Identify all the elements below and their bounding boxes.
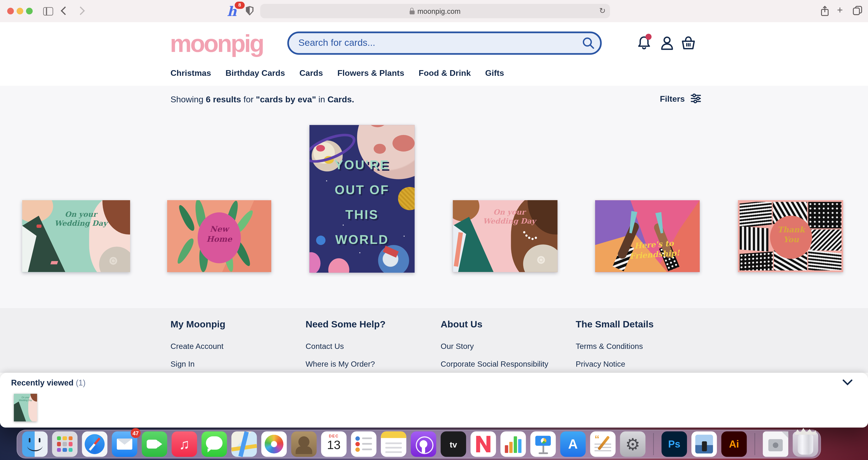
card-title: YOU'REOUT OF THISWORLD [310,153,414,252]
dock-icon-news[interactable] [470,431,496,457]
nav-cards[interactable]: Cards [300,68,323,77]
product-card-thank-you[interactable]: ThankYou [738,200,843,272]
dock-icon-mail[interactable]: 47 [112,431,137,457]
dock-icon-photos[interactable] [261,431,287,457]
dock-icon-podcasts[interactable] [411,431,436,457]
card-title: ThankYou [770,225,812,244]
chevron-down-icon[interactable] [842,380,852,386]
results-summary: Showing 6 results for "cards by eva" in … [170,95,354,104]
footer-link-where-is-my-order[interactable]: Where is My Order? [306,359,375,368]
product-card-out-of-this-world[interactable]: YOU'REOUT OF THISWORLD [310,125,414,273]
footer-link-contact-us[interactable]: Contact Us [306,342,344,351]
nav-food-drink[interactable]: Food & Drink [419,68,471,77]
footer-heading-my-moonpig: My Moonpig [170,319,225,330]
footer-heading-small-details: The Small Details [576,319,654,330]
dock-icon-notes[interactable] [381,431,406,457]
dock-icon-photoshop[interactable]: Ps [661,431,687,457]
nav-gifts[interactable]: Gifts [485,68,504,77]
footer-heading-help: Need Some Help? [306,319,385,330]
dock-icon-launchpad[interactable] [52,431,78,457]
results-area: Showing 6 results for "cards by eva" in … [0,86,868,308]
url-text: moonpig.com [417,7,461,15]
footer-link-our-story[interactable]: Our Story [441,342,474,351]
dock-icon-preview[interactable] [691,431,717,457]
recently-viewed-thumbnail[interactable]: On your Wedding Day [14,394,37,421]
card-title: NewHome [198,225,241,244]
dock-icon-apple-tv[interactable]: tv [441,431,466,457]
address-bar[interactable]: moonpig.com ↻ [260,4,610,19]
account-button[interactable] [660,35,674,53]
thumb-title: On your Wedding Day [18,396,33,401]
dock-icon-calendar[interactable]: DEC 13 [321,431,347,457]
nav-birthday-cards[interactable]: Birthday Cards [225,68,285,77]
tab-overview-icon[interactable] [852,5,862,15]
main-nav: Christmas Birthday Cards Cards Flowers &… [170,68,504,77]
safari-window: h 8 moonpig.com ↻ + [0,0,868,428]
notification-dot [646,34,652,40]
basket-button[interactable] [681,35,696,53]
reload-icon[interactable]: ↻ [599,6,606,15]
dock-icon-app-store[interactable]: A [560,431,586,457]
minimize-window-button[interactable] [17,8,23,14]
lock-icon [409,8,414,14]
zoom-window-button[interactable] [26,8,33,14]
nav-christmas[interactable]: Christmas [170,68,211,77]
footer-link-privacy[interactable]: Privacy Notice [576,359,625,368]
dock: 47 ♫ DEC 13 [17,430,821,458]
recently-viewed-count: (1) [76,378,86,387]
notifications-button[interactable] [637,35,651,53]
dock-icon-textedit[interactable]: “ [590,431,616,457]
honey-extension-badge: 8 [235,2,245,9]
product-card-wedding-pink[interactable]: On yourWedding Day [453,200,557,272]
browser-toolbar: h 8 moonpig.com ↻ + [0,0,868,23]
sidebar-toggle-icon[interactable] [43,7,53,15]
desktop-wallpaper: h 8 moonpig.com ↻ + [0,0,868,460]
product-card-new-home[interactable]: NewHome [167,200,271,272]
footer-heading-about-us: About Us [441,319,483,330]
dock-icon-finder[interactable] [22,431,48,457]
dock-divider [653,433,654,455]
search-icon[interactable] [582,37,595,50]
dock-icon-messages[interactable] [202,431,227,457]
back-button[interactable] [61,7,69,15]
product-card-wedding-mint[interactable]: On yourWedding Day [22,200,130,272]
dock-icon-system-settings[interactable]: ⚙ [620,431,645,457]
card-title: On yourWedding Day [54,210,107,228]
dock-icon-installer[interactable] [763,431,788,457]
mail-badge: 47 [131,428,141,438]
share-icon[interactable] [820,5,829,17]
filters-icon [690,93,701,103]
footer-link-terms[interactable]: Terms & Conditions [576,342,643,351]
search-input[interactable] [287,32,602,55]
nav-flowers-plants[interactable]: Flowers & Plants [337,68,404,77]
dock-icon-music[interactable]: ♫ [172,431,197,457]
dock-icon-safari[interactable] [82,431,107,457]
shield-extension-icon[interactable] [246,6,253,15]
close-window-button[interactable] [7,8,14,14]
dock-icon-facetime[interactable] [142,431,167,457]
site-header: moonpig [0,22,868,86]
footer-link-sign-in[interactable]: Sign In [170,359,194,368]
dock-icon-contacts[interactable] [291,431,316,457]
product-card-heres-to-friendship[interactable]: Here's toFriendship! [595,200,700,272]
footer-link-csr[interactable]: Corporate Social Responsibility [441,359,548,368]
dock-icon-illustrator[interactable]: Ai [721,431,747,457]
filters-button[interactable]: Filters [660,93,701,103]
site-footer: My Moonpig Create Account Sign In Need S… [0,308,868,373]
dock-icon-numbers[interactable] [500,431,526,457]
recently-viewed-label: Recently viewed [11,378,73,387]
moonpig-logo[interactable]: moonpig [170,30,263,58]
card-title: On yourWedding Day [482,208,537,226]
dock-divider [754,433,755,455]
dock-icon-trash[interactable] [793,431,818,457]
new-tab-button[interactable]: + [837,5,843,15]
forward-button[interactable] [76,7,85,15]
dock-icon-maps[interactable] [231,431,257,457]
dock-icon-reminders[interactable] [351,431,376,457]
footer-link-create-account[interactable]: Create Account [170,342,223,351]
dock-icon-keynote[interactable] [530,431,556,457]
search-bar [287,32,602,55]
recently-viewed-bar: Recently viewed (1) On your Wedding Day [0,373,868,428]
